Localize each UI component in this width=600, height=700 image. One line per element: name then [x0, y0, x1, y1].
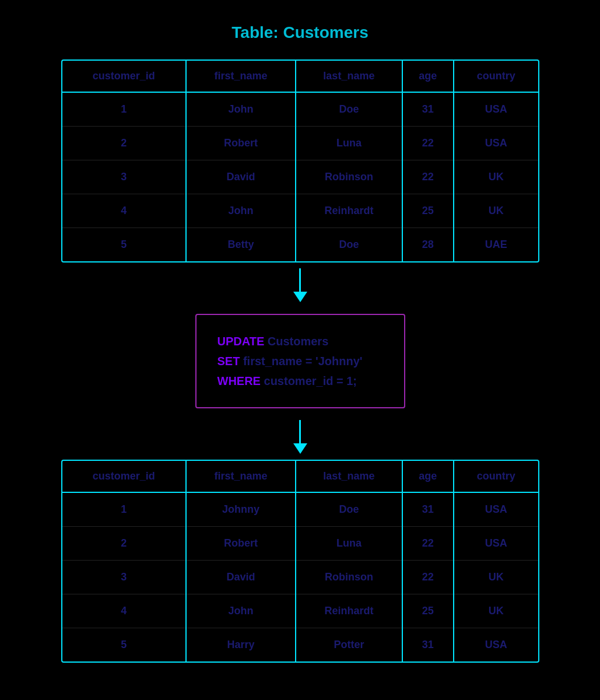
table-row: 3DavidRobinson22UK — [62, 561, 538, 594]
cell-before-first_name-3: John — [186, 194, 296, 228]
cell-after-age-0: 31 — [402, 492, 454, 527]
arrow-down-1 — [293, 268, 307, 302]
cell-after-customer_id-3: 4 — [62, 594, 187, 628]
cell-after-last_name-2: Robinson — [296, 561, 402, 594]
table-row: 3DavidRobinson22UK — [62, 160, 538, 194]
sql-keyword-set: SET — [217, 355, 240, 368]
cell-after-last_name-0: Doe — [296, 492, 402, 527]
arrow-down-2 — [293, 420, 307, 454]
cell-before-customer_id-2: 3 — [62, 160, 187, 194]
table-row: 1JohnnyDoe31USA — [62, 492, 538, 527]
table-row: 5HarryPotter31USA — [62, 628, 538, 662]
cell-before-last_name-1: Luna — [296, 127, 402, 160]
cell-before-country-2: UK — [454, 160, 538, 194]
table-row: 4JohnReinhardt25UK — [62, 594, 538, 628]
cell-after-country-2: UK — [454, 561, 538, 594]
cell-after-age-1: 22 — [402, 527, 454, 561]
col-last-name-before: last_name — [296, 61, 402, 92]
page-title: Table: Customers — [231, 23, 368, 42]
sql-line-3: WHERE customer_id = 1; — [217, 371, 383, 391]
col-country-before: country — [454, 61, 538, 92]
cell-after-country-4: USA — [454, 628, 538, 662]
sql-keyword-update: UPDATE — [217, 335, 265, 348]
cell-before-last_name-3: Reinhardt — [296, 194, 402, 228]
cell-before-last_name-4: Doe — [296, 228, 402, 262]
cell-before-customer_id-0: 1 — [62, 92, 187, 127]
cell-before-first_name-0: John — [186, 92, 296, 127]
cell-after-country-3: UK — [454, 594, 538, 628]
sql-text-update: Customers — [264, 335, 328, 348]
arrow-shaft-2 — [299, 420, 301, 443]
sql-keyword-where: WHERE — [217, 374, 261, 387]
cell-before-country-1: USA — [454, 127, 538, 160]
col-last-name-after: last_name — [296, 461, 402, 492]
table-row: 2RobertLuna22USA — [62, 527, 538, 561]
cell-before-first_name-1: Robert — [186, 127, 296, 160]
cell-before-age-0: 31 — [402, 92, 454, 127]
cell-before-age-2: 22 — [402, 160, 454, 194]
cell-before-first_name-4: Betty — [186, 228, 296, 262]
arrow-head-2 — [293, 443, 307, 454]
table-row: 2RobertLuna22USA — [62, 127, 538, 160]
cell-before-first_name-2: David — [186, 160, 296, 194]
arrow-shaft-1 — [299, 268, 301, 292]
cell-before-country-4: UAE — [454, 228, 538, 262]
table-before-header-row: customer_id first_name last_name age cou… — [62, 61, 538, 92]
table-row: 1JohnDoe31USA — [62, 92, 538, 127]
cell-after-customer_id-1: 2 — [62, 527, 187, 561]
cell-before-customer_id-3: 4 — [62, 194, 187, 228]
sql-text-set: first_name = 'Johnny' — [240, 355, 362, 368]
col-age-after: age — [402, 461, 454, 492]
cell-after-first_name-0: Johnny — [186, 492, 296, 527]
table-row: 4JohnReinhardt25UK — [62, 194, 538, 228]
cell-after-age-4: 31 — [402, 628, 454, 662]
sql-text-where: customer_id = 1; — [261, 374, 357, 387]
cell-after-age-3: 25 — [402, 594, 454, 628]
arrow-head-1 — [293, 292, 307, 302]
cell-before-country-3: UK — [454, 194, 538, 228]
col-first-name-after: first_name — [186, 461, 296, 492]
sql-line-1: UPDATE Customers — [217, 331, 383, 351]
cell-before-customer_id-4: 5 — [62, 228, 187, 262]
cell-after-last_name-3: Reinhardt — [296, 594, 402, 628]
cell-before-age-3: 25 — [402, 194, 454, 228]
table-after-header-row: customer_id first_name last_name age cou… — [62, 461, 538, 492]
col-age-before: age — [402, 61, 454, 92]
cell-after-first_name-1: Robert — [186, 527, 296, 561]
cell-after-customer_id-2: 3 — [62, 561, 187, 594]
col-customer-id-before: customer_id — [62, 61, 187, 92]
cell-before-customer_id-1: 2 — [62, 127, 187, 160]
cell-after-customer_id-4: 5 — [62, 628, 187, 662]
cell-after-country-1: USA — [454, 527, 538, 561]
col-customer-id-after: customer_id — [62, 461, 187, 492]
sql-line-2: SET first_name = 'Johnny' — [217, 351, 383, 371]
table-row: 5BettyDoe28UAE — [62, 228, 538, 262]
cell-after-country-0: USA — [454, 492, 538, 527]
cell-before-country-0: USA — [454, 92, 538, 127]
cell-before-age-4: 28 — [402, 228, 454, 262]
col-country-after: country — [454, 461, 538, 492]
cell-after-last_name-4: Potter — [296, 628, 402, 662]
cell-after-customer_id-0: 1 — [62, 492, 187, 527]
table-before: customer_id first_name last_name age cou… — [61, 60, 539, 262]
cell-before-age-1: 22 — [402, 127, 454, 160]
cell-before-last_name-0: Doe — [296, 92, 402, 127]
sql-box: UPDATE Customers SET first_name = 'Johnn… — [195, 314, 405, 408]
cell-after-last_name-1: Luna — [296, 527, 402, 561]
cell-after-first_name-4: Harry — [186, 628, 296, 662]
cell-after-age-2: 22 — [402, 561, 454, 594]
cell-after-first_name-2: David — [186, 561, 296, 594]
cell-after-first_name-3: John — [186, 594, 296, 628]
table-after: customer_id first_name last_name age cou… — [61, 460, 539, 663]
col-first-name-before: first_name — [186, 61, 296, 92]
cell-before-last_name-2: Robinson — [296, 160, 402, 194]
